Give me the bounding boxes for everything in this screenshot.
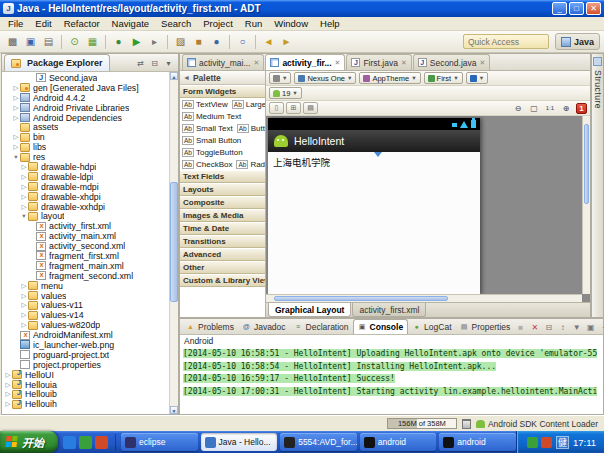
device-dropdown[interactable]: Nexus One▼ <box>294 72 356 84</box>
tree-item-drawable-xxhdpi[interactable]: ▷drawable-xxhdpi <box>2 202 168 212</box>
menu-search[interactable]: Search <box>155 18 197 29</box>
tree-item-values-v14[interactable]: ▷values-v14 <box>2 310 168 320</box>
new-class-icon[interactable]: ● <box>208 33 225 50</box>
view-tab-problems[interactable]: ▲Problems <box>182 319 238 334</box>
palette-category-custom-library-views[interactable]: Custom & Library Views <box>180 274 265 287</box>
debug-icon[interactable]: ● <box>110 33 127 50</box>
palette-category-composite[interactable]: Composite <box>180 196 265 209</box>
garbage-collect-icon[interactable] <box>462 419 471 429</box>
avd-manager-icon[interactable]: ▦ <box>84 33 101 50</box>
antivirus-tray-icon[interactable] <box>541 437 552 448</box>
tree-item-hellouih[interactable]: ▷Hellouih <box>2 399 168 409</box>
expand-arrow-icon[interactable]: ▷ <box>4 390 12 398</box>
menu-edit[interactable]: Edit <box>29 18 57 29</box>
tree-item-assets[interactable]: assets <box>2 122 168 132</box>
expand-arrow-icon[interactable]: ▷ <box>20 311 28 319</box>
textview-widget[interactable]: 上海电机学院 <box>273 157 330 168</box>
theme-dropdown[interactable]: AppTheme▼ <box>359 72 420 84</box>
tree-item-fragment-main-xml[interactable]: fragment_main.xml <box>2 261 168 271</box>
device-screen-preview[interactable]: HelloIntent 上海电机学院 <box>268 118 480 294</box>
start-button[interactable]: 开始 <box>0 431 58 453</box>
palette-category-time-date[interactable]: Time & Date <box>180 222 265 235</box>
expand-arrow-icon[interactable]: ▷ <box>4 371 12 379</box>
taskbar-button-5554-avd-for[interactable]: 5554:AVD_for... <box>280 433 357 451</box>
palette-header[interactable]: ◄ Palette <box>180 71 265 85</box>
design-surface[interactable]: HelloIntent 上海电机学院 <box>266 116 590 302</box>
collapse-arrow-icon[interactable]: ▾ <box>20 212 28 220</box>
tree-item-project-properties[interactable]: project.properties <box>2 360 168 370</box>
package-explorer-tab[interactable]: Package Explorer <box>4 54 110 71</box>
view-tab-console[interactable]: ▣Console <box>353 319 409 334</box>
editor-tab-activity-fir[interactable]: activity_fir...✕ <box>265 54 345 70</box>
palette-category-other[interactable]: Other <box>180 261 265 274</box>
selection-handle-icon[interactable] <box>374 152 382 157</box>
minimize-icon[interactable]: − <box>598 321 604 333</box>
mode-tab-graphical-layout[interactable]: Graphical Layout <box>268 303 351 317</box>
expand-arrow-icon[interactable]: ▷ <box>4 381 12 389</box>
tree-item-helloui[interactable]: ▷HelloUI <box>2 370 168 380</box>
menu-window[interactable]: Window <box>268 18 314 29</box>
maximize-button[interactable]: □ <box>569 2 584 15</box>
locale-dropdown[interactable]: ▼ <box>466 72 488 84</box>
taskbar-button-android[interactable]: android <box>439 433 516 451</box>
tree-item-hellouib[interactable]: ▷Hellouib <box>2 390 168 400</box>
app-content-area[interactable]: 上海电机学院 <box>268 152 480 294</box>
expand-arrow-icon[interactable]: ▷ <box>20 282 28 290</box>
editor-tab-first-java[interactable]: JFirst.java✕ <box>346 54 411 70</box>
tree-item-proguard-project-txt[interactable]: proguard-project.txt <box>2 350 168 360</box>
background-job-status[interactable]: Android SDK Content Loader <box>476 419 598 429</box>
palette-category-text-fields[interactable]: Text Fields <box>180 170 265 183</box>
view-tab-javadoc[interactable]: @Javadoc <box>238 319 290 334</box>
tree-item-drawable-hdpi[interactable]: ▷drawable-hdpi <box>2 162 168 172</box>
view-tab-properties[interactable]: ▤Properties <box>456 319 515 334</box>
palette-item-button[interactable]: AbButton <box>237 124 265 133</box>
package-explorer-scrollbar[interactable]: ▲ ▼ <box>169 72 178 414</box>
tree-item-menu[interactable]: ▷menu <box>2 281 168 291</box>
expand-arrow-icon[interactable]: ▷ <box>20 203 28 211</box>
orientation-toggle-button[interactable]: ▯ <box>269 102 284 114</box>
editor-tab-activity-mai[interactable]: activity_mai...✕ <box>182 54 264 70</box>
taskbar-button-android[interactable]: android <box>360 433 437 451</box>
menu-refactor[interactable]: Refactor <box>58 18 106 29</box>
tree-item-activity-first-xml[interactable]: activity_first.xml <box>2 221 168 231</box>
palette-item-radiobutton[interactable]: AbRadioButton <box>236 160 265 169</box>
close-button[interactable]: ✕ <box>586 2 601 15</box>
scrollbar-thumb[interactable] <box>274 296 448 301</box>
tree-item-activity-main-xml[interactable]: activity_main.xml <box>2 231 168 241</box>
scroll-up-icon[interactable]: ▲ <box>170 72 178 80</box>
tree-item-drawable-ldpi[interactable]: ▷drawable-ldpi <box>2 172 168 182</box>
link-with-editor-icon[interactable]: ⇄ <box>134 57 147 69</box>
close-tab-icon[interactable]: ✕ <box>480 59 486 67</box>
run-icon[interactable]: ▶ <box>128 33 145 50</box>
expand-arrow-icon[interactable]: ▷ <box>20 321 28 329</box>
palette-item-textview[interactable]: AbTextView <box>182 100 228 109</box>
expand-arrow-icon[interactable]: ▷ <box>20 173 28 181</box>
back-icon[interactable]: ◄ <box>260 33 277 50</box>
clear-console-icon[interactable]: ⊟ <box>542 321 555 333</box>
tree-item-android-private-libraries[interactable]: ▷Android Private Libraries <box>2 103 168 113</box>
palette-item-large-text[interactable]: AbLarge Text <box>232 100 265 109</box>
menu-project[interactable]: Project <box>197 18 239 29</box>
editor-tab-second-java[interactable]: JSecond.java✕ <box>413 54 491 70</box>
activity-dropdown[interactable]: First▼ <box>424 72 463 84</box>
expand-arrow-icon[interactable]: ▷ <box>12 143 20 151</box>
new-wizard-icon[interactable]: ▩ <box>4 33 21 50</box>
mode-tab-activity-first-xml[interactable]: activity_first.xml <box>352 303 426 317</box>
palette-item-checkbox[interactable]: AbCheckBox <box>182 160 232 169</box>
expand-arrow-icon[interactable]: ▷ <box>20 193 28 201</box>
palette-item-small-text[interactable]: AbSmall Text <box>182 124 233 133</box>
tree-item-fragment-first-xml[interactable]: fragment_first.xml <box>2 251 168 261</box>
taskbar-clock[interactable]: 17:11 <box>573 437 596 448</box>
zoom-in-icon[interactable]: ⊕ <box>559 102 573 114</box>
tree-item-bin[interactable]: ▷bin <box>2 132 168 142</box>
remove-launch-icon[interactable]: ✕ <box>528 321 541 333</box>
external-tools-icon[interactable]: ▸ <box>146 33 163 50</box>
taskbar-button-eclipse[interactable]: eclipse <box>121 433 198 451</box>
tree-item-ic-launcher-web-png[interactable]: ic_launcher-web.png <box>2 340 168 350</box>
layout-mode-toggle-button[interactable]: ⊞ <box>286 102 301 114</box>
palette-category-transitions[interactable]: Transitions <box>180 235 265 248</box>
error-count-badge[interactable]: 1 <box>576 103 587 114</box>
tree-item-android-dependencies[interactable]: ▷Android Dependencies <box>2 113 168 123</box>
menu-navigate[interactable]: Navigate <box>106 18 156 29</box>
save-icon[interactable]: ▣ <box>22 33 39 50</box>
